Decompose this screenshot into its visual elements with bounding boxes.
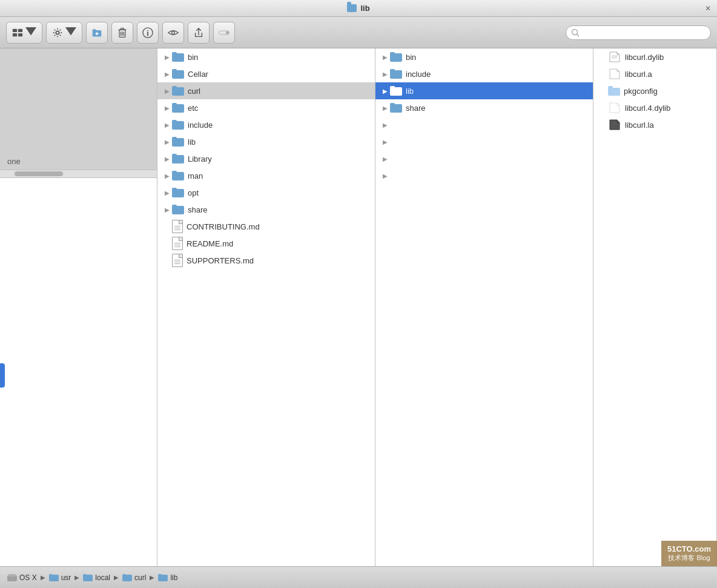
- list-item[interactable]: ▶ CONTRIBUTING.md: [157, 218, 375, 235]
- chevron-icon: ▶: [380, 171, 390, 180]
- list-item-empty: ▶: [375, 133, 593, 150]
- item-label: curl: [188, 87, 370, 96]
- svg-rect-0: [13, 28, 17, 31]
- chevron-icon: ▶: [162, 103, 172, 113]
- item-label: CONTRIBUTING.md: [187, 222, 370, 231]
- folder-icon: [172, 120, 184, 130]
- breadcrumb-label: OS X: [19, 573, 37, 582]
- list-item[interactable]: ▶ pkgconfig: [593, 82, 716, 99]
- breadcrumb-label: local: [95, 573, 110, 582]
- breadcrumb-arrow: ▶: [41, 574, 45, 581]
- action-button[interactable]: [46, 22, 82, 44]
- breadcrumb-label: lib: [170, 573, 177, 582]
- title-folder-icon: [347, 4, 357, 12]
- panel1-obscured: one: [0, 48, 157, 170]
- view-button[interactable]: [6, 22, 42, 44]
- window-title: lib: [347, 4, 369, 13]
- list-item[interactable]: ▶ bin: [157, 48, 375, 65]
- folder-icon: [172, 52, 184, 62]
- folder-icon: [390, 52, 402, 62]
- chevron-icon: ▶: [162, 205, 172, 214]
- watermark: 51CTO.com 技术博客 Blog: [661, 541, 717, 566]
- breadcrumb-item: curl: [122, 573, 146, 582]
- svg-point-5: [56, 31, 59, 34]
- list-item-empty: ▶: [375, 167, 593, 184]
- file-dark-icon: [608, 118, 621, 131]
- lock-button[interactable]: [213, 22, 235, 44]
- column-panel-4: ▶ libcurl.dylib ▶ libcurl.a ▶: [593, 48, 717, 566]
- list-item[interactable]: ▶ lib: [375, 82, 593, 99]
- folder-icon: [390, 86, 402, 96]
- item-label: README.md: [187, 239, 370, 248]
- chevron-icon: ▶: [380, 69, 390, 79]
- delete-button[interactable]: [111, 22, 133, 44]
- list-item[interactable]: ▶ README.md: [157, 235, 375, 252]
- doc-icon: [172, 254, 183, 267]
- scroll-indicator: [0, 363, 5, 388]
- search-bar: [566, 25, 711, 40]
- list-item[interactable]: ▶ libcurl.dylib: [593, 48, 716, 65]
- folder-icon: [172, 103, 184, 113]
- window-resize-btn[interactable]: ✕: [704, 4, 712, 13]
- item-label: libcurl.la: [625, 121, 712, 130]
- item-label: pkgconfig: [624, 87, 712, 96]
- status-bar: OS X ▶ usr ▶ local ▶ curl ▶ lib: [0, 566, 717, 588]
- breadcrumb-arrow: ▶: [74, 574, 79, 581]
- share-button[interactable]: [188, 22, 210, 44]
- svg-point-22: [226, 31, 229, 34]
- preview-button[interactable]: [162, 22, 184, 44]
- doc-icon: [172, 220, 183, 233]
- folder-icon: [172, 171, 184, 180]
- breadcrumb-folder-icon: [122, 574, 132, 581]
- list-item[interactable]: ▶ libcurl.la: [593, 116, 716, 133]
- list-item[interactable]: ▶ include: [157, 116, 375, 133]
- finder-columns: one ▶ bin ▶ Cellar: [0, 48, 717, 566]
- item-label: include: [188, 121, 370, 130]
- list-item-empty: ▶: [375, 116, 593, 133]
- breadcrumb-folder-icon: [49, 574, 59, 581]
- info-button[interactable]: [137, 22, 159, 44]
- item-label: bin: [188, 53, 370, 62]
- svg-point-20: [172, 31, 175, 34]
- dylib-outline-icon: [608, 101, 621, 114]
- column-panel-1: one: [0, 48, 157, 566]
- item-label: Cellar: [188, 70, 370, 79]
- new-folder-button[interactable]: [86, 22, 108, 44]
- item-label: etc: [188, 104, 370, 113]
- svg-point-18: [147, 30, 148, 31]
- list-item[interactable]: ▶ include: [375, 65, 593, 82]
- search-input[interactable]: [582, 28, 705, 37]
- column-panel-2: ▶ bin ▶ Cellar ▶ curl ▶: [157, 48, 375, 566]
- list-item[interactable]: ▶ libcurl.4.dylib: [593, 99, 716, 116]
- item-label: libcurl.4.dylib: [625, 104, 712, 113]
- list-item[interactable]: ▶ libcurl.a: [593, 65, 716, 82]
- folder-icon: [390, 103, 402, 113]
- drive-icon: [7, 574, 17, 581]
- list-item[interactable]: ▶ Library: [157, 150, 375, 167]
- svg-point-23: [572, 29, 578, 35]
- breadcrumb-folder-icon: [83, 574, 93, 581]
- toolbar: [0, 17, 717, 48]
- svg-marker-6: [65, 27, 76, 36]
- list-item[interactable]: ▶ lib: [157, 133, 375, 150]
- list-item[interactable]: ▶ Cellar: [157, 65, 375, 82]
- list-item[interactable]: ▶ opt: [157, 184, 375, 201]
- chevron-icon: ▶: [162, 69, 172, 79]
- panel1-scrollbar[interactable]: [0, 170, 157, 178]
- list-item[interactable]: ▶ share: [157, 201, 375, 218]
- folder-icon-light: [608, 86, 620, 96]
- breadcrumb-item: usr: [49, 573, 71, 582]
- chevron-icon: ▶: [380, 86, 390, 96]
- svg-rect-2: [13, 33, 17, 36]
- list-item[interactable]: ▶ curl: [157, 82, 375, 99]
- list-item[interactable]: ▶ share: [375, 99, 593, 116]
- item-label: include: [406, 70, 588, 79]
- item-label: bin: [406, 53, 588, 62]
- list-item[interactable]: ▶ bin: [375, 48, 593, 65]
- list-item[interactable]: ▶ etc: [157, 99, 375, 116]
- list-item[interactable]: ▶ SUPPORTERS.md: [157, 252, 375, 269]
- svg-marker-4: [25, 27, 36, 36]
- svg-rect-29: [8, 574, 16, 576]
- list-item[interactable]: ▶ man: [157, 167, 375, 184]
- chevron-icon: ▶: [162, 52, 172, 62]
